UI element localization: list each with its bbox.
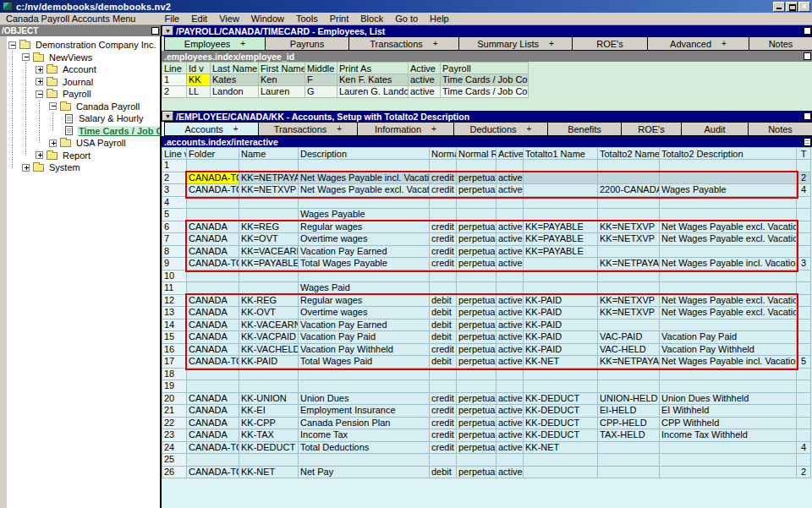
table-cell[interactable] bbox=[497, 282, 524, 295]
table-cell[interactable]: credit bbox=[430, 258, 457, 270]
table-cell[interactable]: active bbox=[497, 418, 524, 430]
menu-item-go-to[interactable]: Go to bbox=[389, 14, 424, 24]
table-cell[interactable]: KK=NETXVP bbox=[598, 295, 660, 308]
table-cell[interactable]: KK-PAID bbox=[524, 295, 598, 308]
table-cell[interactable] bbox=[660, 282, 797, 295]
table-cell[interactable] bbox=[598, 442, 660, 455]
table-cell[interactable]: perpetual bbox=[457, 307, 497, 320]
table-cell[interactable] bbox=[797, 295, 811, 308]
line-number-cell[interactable]: 4 bbox=[162, 197, 187, 210]
table-cell[interactable]: Landon bbox=[211, 86, 259, 98]
table-cell[interactable] bbox=[430, 197, 457, 210]
table-cell[interactable]: KK=OVT bbox=[239, 233, 299, 246]
table-cell[interactable]: Income Tax bbox=[299, 429, 430, 442]
table-cell[interactable]: credit bbox=[430, 221, 457, 234]
table-cell[interactable]: active bbox=[497, 442, 524, 455]
tab-roe-s[interactable]: ROE's bbox=[621, 122, 682, 136]
table-cell[interactable]: active bbox=[497, 307, 524, 320]
table-cell[interactable] bbox=[660, 442, 797, 455]
tab-information[interactable]: Information+ bbox=[357, 122, 454, 136]
table-cell[interactable] bbox=[524, 160, 598, 172]
table-cell[interactable]: KK-DEDUCT bbox=[524, 393, 598, 406]
table-cell[interactable] bbox=[797, 209, 811, 221]
table-cell[interactable]: KK-OVT bbox=[239, 307, 299, 320]
table-cell[interactable] bbox=[430, 209, 457, 221]
table-cell[interactable] bbox=[497, 454, 524, 467]
table-cell[interactable]: CANADA bbox=[187, 418, 239, 430]
table-cell[interactable]: credit bbox=[430, 405, 457, 418]
table-cell[interactable]: Time Cards / Job Cost bbox=[441, 74, 529, 86]
tab-deductions[interactable]: Deductions+ bbox=[453, 122, 548, 136]
tab-employees[interactable]: Employees+ bbox=[164, 36, 266, 51]
table-cell[interactable] bbox=[497, 197, 524, 210]
table-cell[interactable] bbox=[187, 369, 239, 381]
table-cell[interactable]: Net Wages Payable excl. Vacation Pay bbox=[660, 295, 797, 308]
table-cell[interactable]: Wages Payable bbox=[660, 184, 797, 197]
table-cell[interactable]: debit bbox=[430, 307, 457, 320]
table-cell[interactable]: CANADA bbox=[187, 320, 239, 332]
table-cell[interactable] bbox=[598, 454, 660, 467]
table-cell[interactable] bbox=[797, 393, 811, 406]
table-cell[interactable]: Ken bbox=[259, 74, 305, 86]
line-number-cell[interactable]: 2 bbox=[162, 86, 187, 98]
line-number-cell[interactable]: 18 bbox=[162, 369, 187, 381]
table-cell[interactable] bbox=[430, 369, 457, 381]
table-cell[interactable]: perpetual bbox=[457, 442, 497, 455]
table-cell[interactable]: CANADA bbox=[187, 393, 239, 406]
line-number-cell[interactable]: 25 bbox=[162, 454, 187, 467]
table-cell[interactable]: KK=PAYABLE bbox=[524, 221, 598, 234]
table-cell[interactable]: KK-VACPAID bbox=[239, 331, 299, 344]
table-cell[interactable]: Regular wages bbox=[299, 221, 430, 234]
collapse-icon[interactable] bbox=[22, 53, 30, 61]
table-cell[interactable]: KK-EI bbox=[239, 405, 299, 418]
minimize-button[interactable] bbox=[773, 2, 785, 12]
line-number-cell[interactable]: 21 bbox=[162, 405, 187, 418]
table-cell[interactable]: active bbox=[497, 429, 524, 442]
menu-item-block[interactable]: Block bbox=[354, 14, 389, 24]
table-cell[interactable]: 2 bbox=[797, 172, 811, 185]
table-cell[interactable] bbox=[598, 172, 660, 185]
table-cell[interactable] bbox=[797, 320, 811, 332]
table-cell[interactable]: credit bbox=[430, 246, 457, 259]
table-cell[interactable] bbox=[660, 270, 797, 283]
table-cell[interactable] bbox=[524, 282, 598, 295]
table-cell[interactable] bbox=[598, 320, 660, 332]
table-cell[interactable] bbox=[524, 197, 598, 210]
tree-item-newviews[interactable]: NewViews bbox=[7, 52, 160, 64]
menu-item-tools[interactable]: Tools bbox=[290, 14, 324, 24]
table-cell[interactable]: perpetual bbox=[457, 184, 497, 197]
table-cell[interactable]: VAC-PAID bbox=[598, 331, 660, 344]
table-cell[interactable]: active bbox=[497, 246, 524, 259]
table-cell[interactable] bbox=[457, 270, 497, 283]
table-cell[interactable]: Net Wages Payable incl. Vacation Pay bbox=[299, 172, 430, 185]
table-cell[interactable]: perpetual bbox=[457, 258, 497, 270]
table-cell[interactable] bbox=[187, 209, 239, 221]
table-cell[interactable]: Union Dues Withheld bbox=[660, 393, 797, 406]
table-cell[interactable] bbox=[239, 160, 299, 172]
table-cell[interactable] bbox=[797, 454, 811, 467]
table-cell[interactable] bbox=[598, 197, 660, 210]
sheet-icon[interactable] bbox=[804, 138, 811, 146]
table-cell[interactable] bbox=[430, 270, 457, 283]
table-cell[interactable]: CANADA bbox=[187, 221, 239, 234]
table-cell[interactable] bbox=[299, 197, 430, 210]
table-cell[interactable] bbox=[299, 160, 430, 172]
table-cell[interactable]: KK-NET bbox=[524, 442, 598, 455]
table-cell[interactable] bbox=[239, 454, 299, 467]
table-cell[interactable]: credit bbox=[430, 172, 457, 185]
tree-item-demonstration-company-inc[interactable]: Demonstration Company Inc. bbox=[7, 39, 160, 52]
table-cell[interactable]: perpetual bbox=[457, 393, 497, 406]
tab-transactions[interactable]: Transactions+ bbox=[258, 122, 358, 136]
table-cell[interactable]: KK-TAX bbox=[239, 429, 299, 442]
table-cell[interactable]: KK=NETPAYABLE bbox=[598, 356, 660, 369]
table-cell[interactable]: KK-PAID bbox=[524, 307, 598, 320]
tree-item-system[interactable]: System bbox=[7, 161, 160, 174]
menu-item-file[interactable]: File bbox=[158, 14, 185, 24]
table-cell[interactable]: perpetual bbox=[457, 295, 497, 308]
close-button[interactable]: × bbox=[798, 2, 810, 12]
table-cell[interactable]: F bbox=[305, 74, 337, 86]
table-cell[interactable]: 4 bbox=[797, 442, 811, 455]
table-cell[interactable]: 2200-CANADA bbox=[598, 184, 660, 197]
table-cell[interactable]: perpetual bbox=[457, 418, 497, 430]
table-cell[interactable] bbox=[797, 344, 811, 357]
